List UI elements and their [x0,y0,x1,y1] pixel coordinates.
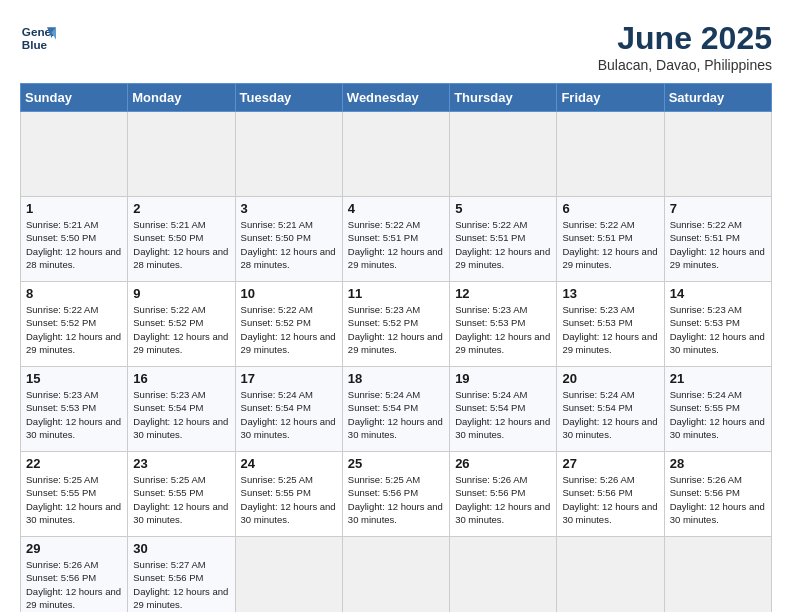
day-info: Sunrise: 5:24 AMSunset: 5:54 PMDaylight:… [348,388,444,441]
calendar-cell: 26Sunrise: 5:26 AMSunset: 5:56 PMDayligh… [450,452,557,537]
day-number: 27 [562,456,658,471]
day-info: Sunrise: 5:23 AMSunset: 5:53 PMDaylight:… [26,388,122,441]
day-info: Sunrise: 5:23 AMSunset: 5:53 PMDaylight:… [670,303,766,356]
title-area: June 2025 Bulacan, Davao, Philippines [598,20,772,73]
calendar-cell: 27Sunrise: 5:26 AMSunset: 5:56 PMDayligh… [557,452,664,537]
calendar-cell: 30Sunrise: 5:27 AMSunset: 5:56 PMDayligh… [128,537,235,613]
column-header-tuesday: Tuesday [235,84,342,112]
day-number: 26 [455,456,551,471]
calendar-cell: 3Sunrise: 5:21 AMSunset: 5:50 PMDaylight… [235,197,342,282]
calendar-cell [664,112,771,197]
day-info: Sunrise: 5:24 AMSunset: 5:55 PMDaylight:… [670,388,766,441]
calendar-cell: 19Sunrise: 5:24 AMSunset: 5:54 PMDayligh… [450,367,557,452]
calendar-table: SundayMondayTuesdayWednesdayThursdayFrid… [20,83,772,612]
calendar-cell [450,112,557,197]
calendar-cell: 5Sunrise: 5:22 AMSunset: 5:51 PMDaylight… [450,197,557,282]
calendar-cell: 13Sunrise: 5:23 AMSunset: 5:53 PMDayligh… [557,282,664,367]
column-header-friday: Friday [557,84,664,112]
day-number: 4 [348,201,444,216]
day-number: 29 [26,541,122,556]
day-number: 18 [348,371,444,386]
calendar-week-5: 22Sunrise: 5:25 AMSunset: 5:55 PMDayligh… [21,452,772,537]
calendar-cell [235,537,342,613]
day-number: 23 [133,456,229,471]
day-info: Sunrise: 5:24 AMSunset: 5:54 PMDaylight:… [562,388,658,441]
logo: General Blue [20,20,56,56]
day-number: 10 [241,286,337,301]
day-info: Sunrise: 5:21 AMSunset: 5:50 PMDaylight:… [26,218,122,271]
calendar-cell: 2Sunrise: 5:21 AMSunset: 5:50 PMDaylight… [128,197,235,282]
day-number: 24 [241,456,337,471]
day-info: Sunrise: 5:22 AMSunset: 5:51 PMDaylight:… [455,218,551,271]
day-info: Sunrise: 5:25 AMSunset: 5:55 PMDaylight:… [133,473,229,526]
day-number: 8 [26,286,122,301]
svg-text:Blue: Blue [22,38,48,51]
day-number: 12 [455,286,551,301]
day-number: 3 [241,201,337,216]
day-number: 5 [455,201,551,216]
calendar-cell: 4Sunrise: 5:22 AMSunset: 5:51 PMDaylight… [342,197,449,282]
day-info: Sunrise: 5:25 AMSunset: 5:55 PMDaylight:… [241,473,337,526]
calendar-cell: 15Sunrise: 5:23 AMSunset: 5:53 PMDayligh… [21,367,128,452]
day-info: Sunrise: 5:26 AMSunset: 5:56 PMDaylight:… [455,473,551,526]
column-header-wednesday: Wednesday [342,84,449,112]
day-number: 1 [26,201,122,216]
calendar-cell: 25Sunrise: 5:25 AMSunset: 5:56 PMDayligh… [342,452,449,537]
day-info: Sunrise: 5:23 AMSunset: 5:54 PMDaylight:… [133,388,229,441]
calendar-title: June 2025 [598,20,772,57]
day-info: Sunrise: 5:22 AMSunset: 5:51 PMDaylight:… [562,218,658,271]
calendar-cell: 23Sunrise: 5:25 AMSunset: 5:55 PMDayligh… [128,452,235,537]
calendar-week-3: 8Sunrise: 5:22 AMSunset: 5:52 PMDaylight… [21,282,772,367]
day-info: Sunrise: 5:24 AMSunset: 5:54 PMDaylight:… [455,388,551,441]
column-header-saturday: Saturday [664,84,771,112]
day-number: 28 [670,456,766,471]
header: General Blue June 2025 Bulacan, Davao, P… [20,20,772,73]
calendar-cell [342,537,449,613]
day-number: 30 [133,541,229,556]
day-info: Sunrise: 5:27 AMSunset: 5:56 PMDaylight:… [133,558,229,611]
day-number: 11 [348,286,444,301]
calendar-week-2: 1Sunrise: 5:21 AMSunset: 5:50 PMDaylight… [21,197,772,282]
calendar-cell [342,112,449,197]
calendar-cell: 17Sunrise: 5:24 AMSunset: 5:54 PMDayligh… [235,367,342,452]
calendar-cell: 20Sunrise: 5:24 AMSunset: 5:54 PMDayligh… [557,367,664,452]
column-header-monday: Monday [128,84,235,112]
calendar-week-6: 29Sunrise: 5:26 AMSunset: 5:56 PMDayligh… [21,537,772,613]
day-info: Sunrise: 5:22 AMSunset: 5:51 PMDaylight:… [348,218,444,271]
day-info: Sunrise: 5:21 AMSunset: 5:50 PMDaylight:… [133,218,229,271]
calendar-week-4: 15Sunrise: 5:23 AMSunset: 5:53 PMDayligh… [21,367,772,452]
day-number: 7 [670,201,766,216]
calendar-cell: 21Sunrise: 5:24 AMSunset: 5:55 PMDayligh… [664,367,771,452]
calendar-cell: 16Sunrise: 5:23 AMSunset: 5:54 PMDayligh… [128,367,235,452]
day-number: 2 [133,201,229,216]
column-header-sunday: Sunday [21,84,128,112]
calendar-cell [128,112,235,197]
calendar-week-1 [21,112,772,197]
day-number: 21 [670,371,766,386]
calendar-cell: 22Sunrise: 5:25 AMSunset: 5:55 PMDayligh… [21,452,128,537]
day-info: Sunrise: 5:25 AMSunset: 5:56 PMDaylight:… [348,473,444,526]
calendar-cell: 14Sunrise: 5:23 AMSunset: 5:53 PMDayligh… [664,282,771,367]
day-number: 16 [133,371,229,386]
day-info: Sunrise: 5:26 AMSunset: 5:56 PMDaylight:… [26,558,122,611]
calendar-cell: 29Sunrise: 5:26 AMSunset: 5:56 PMDayligh… [21,537,128,613]
day-number: 14 [670,286,766,301]
day-number: 19 [455,371,551,386]
day-info: Sunrise: 5:23 AMSunset: 5:53 PMDaylight:… [562,303,658,356]
day-number: 17 [241,371,337,386]
day-info: Sunrise: 5:25 AMSunset: 5:55 PMDaylight:… [26,473,122,526]
calendar-cell: 1Sunrise: 5:21 AMSunset: 5:50 PMDaylight… [21,197,128,282]
day-info: Sunrise: 5:22 AMSunset: 5:51 PMDaylight:… [670,218,766,271]
day-info: Sunrise: 5:26 AMSunset: 5:56 PMDaylight:… [562,473,658,526]
calendar-cell [557,537,664,613]
day-info: Sunrise: 5:22 AMSunset: 5:52 PMDaylight:… [26,303,122,356]
day-info: Sunrise: 5:22 AMSunset: 5:52 PMDaylight:… [241,303,337,356]
calendar-cell: 7Sunrise: 5:22 AMSunset: 5:51 PMDaylight… [664,197,771,282]
calendar-cell: 28Sunrise: 5:26 AMSunset: 5:56 PMDayligh… [664,452,771,537]
day-number: 13 [562,286,658,301]
calendar-cell [450,537,557,613]
calendar-cell: 12Sunrise: 5:23 AMSunset: 5:53 PMDayligh… [450,282,557,367]
calendar-cell [557,112,664,197]
column-header-thursday: Thursday [450,84,557,112]
calendar-subtitle: Bulacan, Davao, Philippines [598,57,772,73]
